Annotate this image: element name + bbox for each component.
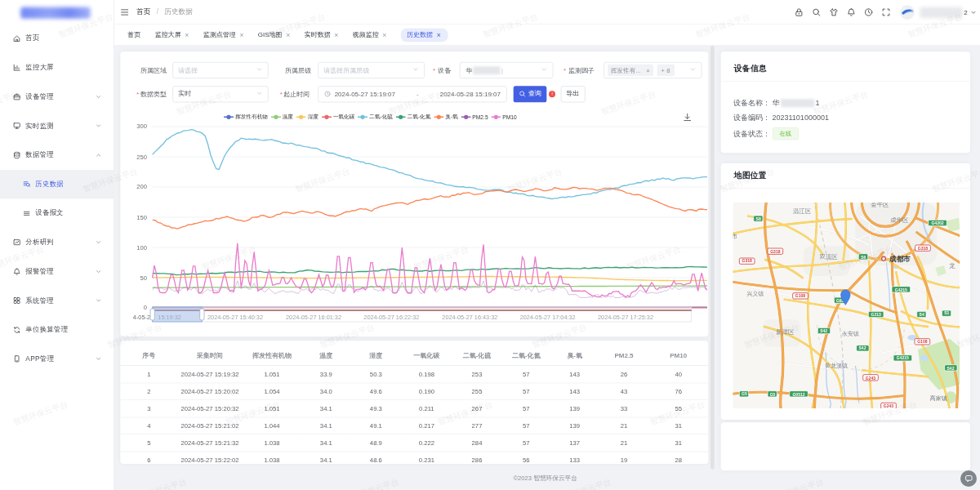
svg-text:黄龙溪镇: 黄龙溪镇 <box>825 363 848 369</box>
svg-text:G318: G318 <box>742 258 752 263</box>
svg-text:150: 150 <box>136 214 147 221</box>
svg-text:市: 市 <box>733 233 737 240</box>
svg-text:G243: G243 <box>883 403 893 408</box>
svg-text:S8: S8 <box>755 216 760 221</box>
svg-text:50: 50 <box>140 274 147 282</box>
svg-text:G4215: G4215 <box>896 355 908 360</box>
svg-text:G5: G5 <box>742 391 747 396</box>
svg-text:G213: G213 <box>871 312 881 317</box>
svg-text:高家镇: 高家镇 <box>930 395 947 402</box>
svg-text:4-05-2: 4-05-2 <box>133 314 150 321</box>
svg-text:200: 200 <box>136 183 147 190</box>
svg-text:温江区: 温江区 <box>793 207 812 215</box>
svg-text:S42: S42 <box>858 345 866 350</box>
svg-text:S4: S4 <box>919 312 924 317</box>
svg-text:S42: S42 <box>820 328 827 333</box>
svg-text:0: 0 <box>144 304 147 311</box>
svg-text:S1: S1 <box>944 310 949 315</box>
svg-text:新津区: 新津区 <box>776 328 795 336</box>
svg-text:G5: G5 <box>769 392 775 397</box>
svg-text:金牛区: 金牛区 <box>871 203 889 208</box>
svg-text:双流区: 双流区 <box>818 253 838 261</box>
svg-text:G318: G318 <box>917 246 928 251</box>
svg-text:成都市: 成都市 <box>889 255 911 263</box>
svg-text:G108: G108 <box>917 339 928 344</box>
svg-text:S6: S6 <box>861 255 866 260</box>
svg-text:永安镇: 永安镇 <box>842 331 859 337</box>
svg-text:S42: S42 <box>947 366 954 371</box>
svg-text:300: 300 <box>136 122 147 130</box>
svg-text:G4202: G4202 <box>931 220 943 225</box>
svg-text:G0512: G0512 <box>792 392 804 397</box>
svg-text:G4215: G4215 <box>894 287 906 292</box>
svg-text:龙: 龙 <box>949 262 956 270</box>
svg-text:G243: G243 <box>865 376 875 381</box>
svg-text:G108: G108 <box>795 293 805 298</box>
svg-text:G318: G318 <box>770 249 781 254</box>
svg-text:成华区: 成华区 <box>890 216 909 224</box>
svg-text:100: 100 <box>136 244 147 252</box>
svg-text:兴义镇: 兴义镇 <box>746 291 764 297</box>
svg-text:250: 250 <box>136 154 147 161</box>
